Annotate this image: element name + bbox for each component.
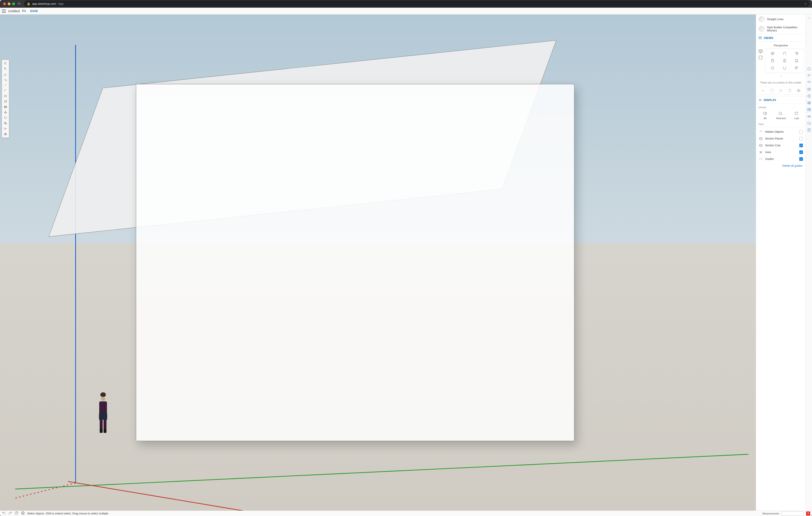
- paint-bucket-tool[interactable]: [3, 77, 8, 83]
- document-title: Untitled: [8, 9, 20, 13]
- tape-measure-tool[interactable]: [3, 126, 8, 131]
- update-scene-button: [770, 88, 775, 93]
- redo-button[interactable]: [8, 511, 12, 516]
- view-iso-back-button[interactable]: [791, 65, 802, 71]
- instructor-panel-button[interactable]: [807, 73, 811, 78]
- components-panel-button[interactable]: [807, 80, 811, 85]
- undo-button[interactable]: [2, 511, 6, 516]
- eraser-tool[interactable]: [3, 71, 8, 77]
- delete-all-guides-link[interactable]: Delete all guides: [758, 162, 803, 168]
- bookmark-star-icon[interactable]: ☆: [804, 2, 807, 6]
- scene-actions: +: [758, 87, 804, 95]
- sketchup-app: Untitled SAVE: [0, 8, 812, 516]
- app-body: → Straight Lines Style Builder Competiti…: [0, 14, 812, 511]
- view-right-button[interactable]: [779, 58, 790, 64]
- materials-panel-button[interactable]: [807, 87, 811, 92]
- nav-forward-button[interactable]: →: [9, 2, 14, 6]
- entity-info-panel-button[interactable]: [807, 67, 811, 71]
- unhide-last-label: Last: [794, 117, 799, 120]
- view-front-button[interactable]: [767, 58, 778, 64]
- add-scene-button[interactable]: +: [761, 88, 766, 93]
- move-tool[interactable]: [3, 110, 8, 115]
- model-info-panel-button[interactable]: [807, 128, 811, 132]
- svg-point-4: [4, 62, 6, 64]
- push-pull-tool[interactable]: [3, 99, 8, 104]
- rectangle-tool[interactable]: [3, 93, 8, 99]
- layers-panel-button[interactable]: [807, 100, 811, 105]
- hamburger-menu-button[interactable]: [2, 9, 6, 13]
- perspective-mode-button[interactable]: [758, 49, 763, 54]
- view-bottom-button[interactable]: [779, 65, 790, 71]
- view-options-label: View: [758, 122, 803, 127]
- section-planes-checkbox[interactable]: [799, 137, 803, 141]
- view-iso-button[interactable]: [767, 51, 778, 56]
- scene-settings-button[interactable]: [796, 88, 801, 93]
- model-geometry: [136, 84, 574, 441]
- nav-reload-button[interactable]: ⟳: [17, 2, 21, 6]
- unhide-last-button[interactable]: Last: [794, 111, 799, 120]
- view-back-button[interactable]: [791, 58, 802, 64]
- line-tool[interactable]: [3, 83, 8, 88]
- view-left-button[interactable]: [767, 65, 778, 71]
- svg-point-38: [809, 116, 810, 117]
- guides-checkbox[interactable]: [799, 157, 803, 161]
- axes-checkbox[interactable]: [799, 150, 803, 154]
- opt-label: Section Planes: [765, 137, 797, 140]
- views-section-header[interactable]: VIEWS: [756, 34, 806, 42]
- svg-rect-7: [4, 95, 6, 97]
- play-animation-button: [779, 88, 783, 93]
- measurements-input[interactable]: [781, 512, 804, 516]
- search-tool[interactable]: [3, 61, 8, 66]
- language-button[interactable]: [21, 511, 25, 516]
- svg-point-24: [798, 90, 799, 91]
- save-button[interactable]: SAVE: [28, 8, 40, 13]
- measurements-label: Measurements: [762, 512, 779, 515]
- display-body: Unhide All Selected Last: [756, 104, 806, 171]
- arc-tool[interactable]: [3, 88, 8, 93]
- model-viewport[interactable]: [0, 14, 756, 511]
- status-bar: Select objects. Shift to extend select. …: [0, 511, 812, 516]
- scale-tool[interactable]: [3, 121, 8, 126]
- section-cuts-icon: [759, 143, 763, 148]
- display-section-title: DISPLAY: [764, 98, 776, 102]
- offset-tool[interactable]: [3, 104, 8, 110]
- section-cuts-checkbox[interactable]: [799, 144, 803, 147]
- tool-palette: [2, 60, 9, 138]
- style-item-straight-lines[interactable]: Straight Lines: [756, 14, 806, 24]
- view-iso-right-button[interactable]: [791, 51, 802, 56]
- tray-panel: → Straight Lines Style Builder Competiti…: [756, 14, 806, 511]
- svg-line-1: [15, 454, 748, 489]
- display-panel-button[interactable]: [807, 114, 811, 119]
- orbit-tool[interactable]: [3, 131, 8, 137]
- view-mode-toggle: [758, 49, 764, 73]
- status-hint: Select objects. Shift to extend select. …: [27, 512, 109, 515]
- url-host: app.sketchup.com: [32, 2, 56, 5]
- style-thumb-icon: [759, 16, 765, 22]
- display-section-header[interactable]: DISPLAY: [756, 96, 806, 104]
- axes-icon: [759, 150, 763, 154]
- rotate-tool[interactable]: [3, 115, 8, 121]
- hidden-objects-checkbox[interactable]: [799, 130, 803, 134]
- help-button[interactable]: [14, 511, 19, 516]
- open-folder-button[interactable]: [22, 9, 26, 13]
- lock-icon: 🔒: [27, 2, 30, 5]
- unhide-selected-button[interactable]: Selected: [776, 111, 786, 120]
- unhide-label: Unhide: [758, 105, 803, 110]
- soften-panel-button[interactable]: [807, 121, 811, 125]
- unhide-all-button[interactable]: All: [763, 111, 767, 120]
- parallel-mode-button[interactable]: [758, 55, 763, 60]
- views-expand-button[interactable]: ⌄: [758, 73, 804, 79]
- select-tool[interactable]: [3, 66, 8, 71]
- svg-point-14: [4, 133, 7, 134]
- opt-label: Axes: [765, 151, 797, 154]
- style-item-label: Straight Lines: [767, 18, 783, 21]
- scenes-panel-button[interactable]: [807, 108, 811, 112]
- hidden-objects-icon: [759, 130, 763, 134]
- opt-guides: Guides: [758, 156, 803, 162]
- view-top-button[interactable]: [779, 51, 790, 56]
- style-item-style-builder-winners[interactable]: Style Builder Competition Winners: [756, 24, 806, 34]
- address-bar[interactable]: 🔒 app.sketchup.com/app ☆: [24, 0, 810, 7]
- styles-panel-button[interactable]: [807, 94, 811, 98]
- views-body: Perspective: [756, 42, 806, 96]
- window-close-button[interactable]: [3, 2, 6, 5]
